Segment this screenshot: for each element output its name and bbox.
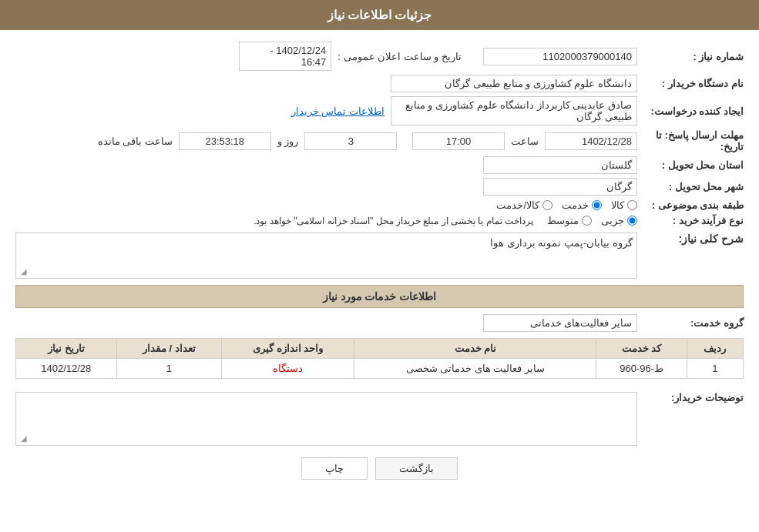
cell-service-name: سایر فعالیت های خدماتی شخصی bbox=[354, 359, 596, 379]
category-radio-kala-khedmat[interactable] bbox=[542, 200, 552, 210]
cell-service-code: ط-96-960 bbox=[596, 359, 687, 379]
back-button[interactable]: بازگشت bbox=[375, 457, 458, 480]
purchase-type-radio-jozii[interactable] bbox=[627, 216, 637, 226]
category-option-khedmat: خدمت bbox=[562, 199, 602, 211]
province-value: گلستان bbox=[483, 156, 637, 174]
purchase-note: پرداخت تمام یا بخشی از مبلغ خریداز محل "… bbox=[254, 216, 533, 226]
category-label-khedmat: خدمت bbox=[562, 199, 589, 211]
province-row: استان محل تحویل : گلستان bbox=[15, 156, 744, 174]
contact-link[interactable]: اطلاعات تماس خریدار bbox=[291, 105, 385, 117]
buyer-notes-label: توضیحات خریدار: bbox=[643, 388, 744, 407]
service-group-label: گروه خدمت: bbox=[643, 317, 744, 329]
page-header: جزئیات اطلاعات نیاز bbox=[0, 0, 759, 30]
col-header-row-num: ردیف bbox=[687, 339, 743, 359]
purchase-type-options: جزیی متوسط bbox=[547, 215, 637, 226]
general-desc-row: شرح کلی نیاز: گروه بیابان-پمپ نمونه بردا… bbox=[15, 233, 744, 279]
need-number-value: 1102000379000140 bbox=[483, 48, 637, 65]
purchase-type-radio-motavaset[interactable] bbox=[582, 216, 592, 226]
need-number-label: شماره نیاز : bbox=[643, 51, 744, 62]
general-desc-container: گروه بیابان-پمپ نمونه برداری هوا ◢ bbox=[15, 233, 637, 279]
category-label: طبقه بندی موضوعی : bbox=[643, 199, 744, 211]
category-radio-khedmat[interactable] bbox=[592, 200, 602, 210]
purchase-type-label-motavaset: متوسط bbox=[547, 215, 579, 226]
general-desc-value: گروه بیابان-پمپ نمونه برداری هوا bbox=[490, 237, 633, 249]
buyer-notes-box: ◢ bbox=[15, 392, 637, 446]
cell-unit: دستگاه bbox=[222, 359, 354, 379]
bottom-buttons: بازگشت چاپ bbox=[15, 457, 744, 480]
service-group-row: گروه خدمت: سایر فعالیت‌های خدماتی bbox=[15, 314, 744, 332]
resize-handle[interactable]: ◢ bbox=[18, 267, 27, 276]
purchase-type-option-motavaset: متوسط bbox=[547, 215, 592, 226]
category-row: طبقه بندی موضوعی : کالا خدمت کالا/خدمت bbox=[15, 199, 744, 211]
remaining-suffix: ساعت باقی مانده bbox=[98, 136, 173, 147]
remaining-days: 3 bbox=[304, 132, 397, 150]
table-header-row: ردیف کد خدمت نام خدمت واحد اندازه گیری ت… bbox=[16, 339, 744, 359]
creator-value: صادق عابدینی کاربرداز دانشگاه علوم کشاور… bbox=[391, 96, 637, 125]
table-row: 1 ط-96-960 سایر فعالیت های خدماتی شخصی د… bbox=[16, 359, 744, 379]
buyer-org-value: دانشگاه علوم کشاورزی و منابع طبیعی گرگان bbox=[391, 75, 637, 92]
page-title: جزئیات اطلاعات نیاز bbox=[327, 8, 432, 22]
city-value: گرگان bbox=[483, 178, 637, 196]
deadline-label: مهلت ارسال پاسخ: تا تاریخ: bbox=[643, 129, 744, 152]
service-group-value: سایر فعالیت‌های خدماتی bbox=[483, 314, 637, 332]
purchase-type-label-jozii: جزیی bbox=[601, 215, 624, 226]
col-header-service-name: نام خدمت bbox=[354, 339, 596, 359]
cell-date: 1402/12/28 bbox=[16, 359, 117, 379]
deadline-date: 1402/12/28 bbox=[545, 132, 637, 150]
services-section-title: اطلاعات خدمات مورد نیاز bbox=[15, 285, 744, 308]
remaining-days-label bbox=[403, 136, 406, 147]
col-header-service-code: کد خدمت bbox=[596, 339, 687, 359]
announce-datetime-label: تاریخ و ساعت اعلان عمومی : bbox=[338, 51, 462, 62]
buyer-org-label: نام دستگاه خریدار : bbox=[643, 78, 744, 89]
buyer-notes-container: ◢ bbox=[15, 388, 637, 446]
col-header-date: تاریخ نیاز bbox=[16, 339, 117, 359]
cell-row-num: 1 bbox=[687, 359, 743, 379]
creator-label: ایجاد کننده درخواست: bbox=[643, 105, 744, 117]
general-desc-box: گروه بیابان-پمپ نمونه برداری هوا ◢ bbox=[15, 233, 637, 279]
creator-row: ایجاد کننده درخواست: صادق عابدینی کاربرد… bbox=[15, 96, 744, 125]
buyer-notes-resize-handle[interactable]: ◢ bbox=[18, 434, 27, 443]
category-label-kala: کالا bbox=[611, 199, 624, 211]
buyer-org-row: نام دستگاه خریدار : دانشگاه علوم کشاورزی… bbox=[15, 75, 744, 92]
deadline-time: 17:00 bbox=[412, 132, 505, 150]
province-label: استان محل تحویل : bbox=[643, 159, 744, 171]
category-options: کالا خدمت کالا/خدمت bbox=[496, 199, 637, 211]
print-button[interactable]: چاپ bbox=[301, 457, 368, 480]
city-label: شهر محل تحویل : bbox=[643, 181, 744, 192]
services-table: ردیف کد خدمت نام خدمت واحد اندازه گیری ت… bbox=[15, 338, 744, 379]
deadline-row: مهلت ارسال پاسخ: تا تاریخ: 1402/12/28 سا… bbox=[15, 129, 744, 152]
cell-quantity: 1 bbox=[116, 359, 222, 379]
remaining-time: 23:53:18 bbox=[179, 132, 271, 150]
city-row: شهر محل تحویل : گرگان bbox=[15, 178, 744, 196]
purchase-type-option-jozii: جزیی bbox=[601, 215, 637, 226]
category-option-kala-khedmat: کالا/خدمت bbox=[496, 199, 552, 211]
deadline-time-label: ساعت bbox=[511, 136, 539, 147]
category-label-kala-khedmat: کالا/خدمت bbox=[496, 199, 539, 211]
category-option-kala: کالا bbox=[611, 199, 637, 211]
general-desc-label: شرح کلی نیاز: bbox=[643, 233, 744, 245]
buyer-notes-row: توضیحات خریدار: ◢ bbox=[15, 388, 744, 446]
col-header-quantity: تعداد / مقدار bbox=[116, 339, 222, 359]
col-header-unit: واحد اندازه گیری bbox=[222, 339, 354, 359]
remaining-days-suffix: روز و bbox=[277, 136, 299, 147]
category-radio-kala[interactable] bbox=[627, 200, 637, 210]
purchase-type-label: نوع فرآیند خرید : bbox=[643, 215, 744, 226]
announce-datetime-value: 1402/12/24 - 16:47 bbox=[239, 42, 331, 71]
purchase-type-row: نوع فرآیند خرید : جزیی متوسط پرداخت تمام… bbox=[15, 215, 744, 226]
need-number-row: شماره نیاز : 1102000379000140 تاریخ و سا… bbox=[15, 42, 744, 71]
